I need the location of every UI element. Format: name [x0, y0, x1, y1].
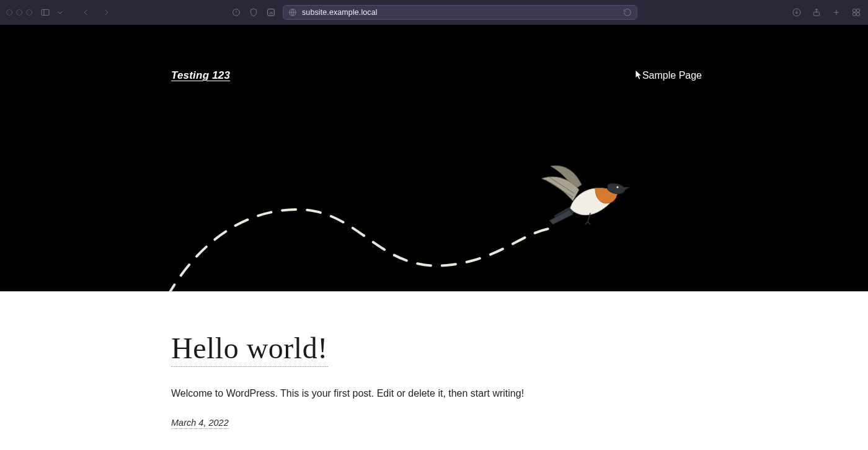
svg-rect-0 [42, 9, 49, 15]
share-icon[interactable] [811, 7, 822, 18]
hero-illustration [0, 25, 868, 291]
toolbar-left-group [6, 7, 112, 18]
shield-icon[interactable] [248, 7, 259, 18]
window-traffic-lights[interactable] [6, 9, 32, 15]
bird-icon [538, 162, 631, 231]
address-bar[interactable]: subsite.example.local [283, 5, 637, 20]
back-button-icon[interactable] [81, 7, 92, 18]
lock-icon [287, 7, 298, 18]
tab-overview-icon[interactable] [851, 7, 862, 18]
post-title-link[interactable]: Hello world! [171, 331, 328, 367]
post-content-area: Hello world! Welcome to WordPress. This … [0, 291, 868, 450]
traffic-light-minimize[interactable] [16, 9, 22, 15]
svg-rect-14 [853, 13, 856, 16]
post-body-text: Welcome to WordPress. This is your first… [171, 388, 868, 399]
address-bar-text: subsite.example.local [302, 8, 618, 17]
toolbar-center-group: JS subsite.example.local [231, 5, 637, 20]
flight-path-line [155, 179, 589, 302]
post-date-link[interactable]: March 4, 2022 [171, 418, 229, 429]
svg-point-16 [616, 186, 618, 188]
traffic-light-close[interactable] [6, 9, 12, 15]
toolbar-right-group [791, 7, 862, 18]
forward-button-icon[interactable] [100, 7, 112, 18]
downloads-icon[interactable] [791, 7, 802, 18]
new-tab-icon[interactable] [831, 7, 842, 18]
js-badge-icon[interactable]: JS [265, 7, 277, 18]
svg-text:JS: JS [269, 11, 273, 15]
browser-toolbar: JS subsite.example.local [0, 0, 868, 25]
svg-rect-15 [857, 13, 860, 16]
page-viewport: Testing 123 Sample Page [0, 25, 868, 450]
svg-rect-12 [853, 9, 856, 12]
sidebar-toggle-icon[interactable] [40, 7, 51, 18]
privacy-report-icon[interactable] [231, 7, 242, 18]
svg-rect-13 [857, 9, 860, 12]
chevron-down-icon[interactable] [55, 7, 66, 18]
reload-icon[interactable] [622, 7, 633, 18]
traffic-light-zoom[interactable] [26, 9, 32, 15]
